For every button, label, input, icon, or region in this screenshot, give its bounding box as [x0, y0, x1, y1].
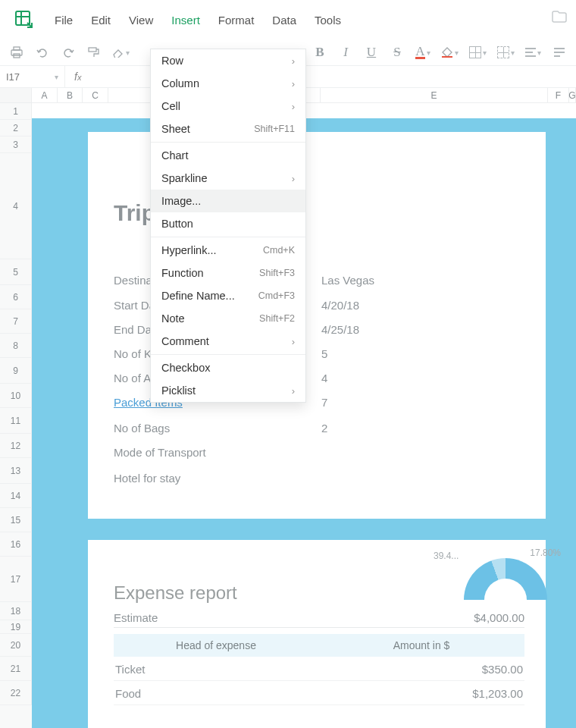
- menu-shortcut: Shift+F11: [254, 124, 295, 134]
- insert-picklist[interactable]: Picklist›: [151, 379, 305, 402]
- expense-title: Expense report: [114, 582, 237, 604]
- trip-row: No of Bags2: [114, 422, 170, 435]
- menu-edit[interactable]: Edit: [82, 8, 120, 33]
- menu-item-label: Sheet: [161, 123, 190, 135]
- name-box[interactable]: I17 ▾: [0, 66, 65, 87]
- eraser-icon[interactable]: ▾: [112, 47, 130, 58]
- align-icon[interactable]: ▾: [525, 48, 541, 57]
- font-color-icon[interactable]: A▾: [415, 46, 430, 59]
- row-header-17[interactable]: 17: [0, 557, 32, 602]
- trip-row-label: No of Bags: [114, 422, 170, 435]
- row-header-15[interactable]: 15: [0, 508, 32, 532]
- wrap-icon[interactable]: [552, 48, 567, 57]
- col-header-E[interactable]: E: [321, 88, 548, 102]
- col-header-F[interactable]: F: [548, 88, 569, 102]
- row-header-10[interactable]: 10: [0, 384, 32, 408]
- row-header-21[interactable]: 21: [0, 657, 32, 681]
- trip-row-value: 5: [321, 347, 327, 360]
- row-header-20[interactable]: 20: [0, 634, 32, 657]
- col-header-C[interactable]: C: [83, 88, 108, 102]
- insert-row[interactable]: Row›: [151, 49, 305, 72]
- row-header-11[interactable]: 11: [0, 408, 32, 434]
- insert-menu-dropdown[interactable]: Row›Column›Cell›SheetShift+F11ChartSpark…: [150, 49, 306, 403]
- menu-item-label: Column: [161, 77, 199, 89]
- chevron-right-icon: ›: [292, 78, 295, 89]
- undo-icon[interactable]: [35, 47, 50, 58]
- fill-color-icon[interactable]: ▾: [441, 47, 459, 58]
- redo-icon[interactable]: [61, 47, 76, 58]
- chevron-down-icon: ▾: [55, 73, 58, 81]
- menu-item-label: Image...: [161, 195, 201, 207]
- insert-function[interactable]: FunctionShift+F3: [151, 262, 305, 284]
- insert-button[interactable]: Button: [151, 212, 305, 235]
- menu-insert[interactable]: Insert: [162, 8, 209, 33]
- chevron-right-icon: ›: [292, 336, 295, 347]
- menu-item-label: Button: [161, 218, 193, 230]
- menu-data[interactable]: Data: [263, 8, 305, 33]
- menu-item-label: Note: [161, 312, 185, 325]
- row-header-14[interactable]: 14: [0, 484, 32, 508]
- insert-define-name-[interactable]: Define Name...Cmd+F3: [151, 284, 305, 307]
- row-header-3[interactable]: 3: [0, 136, 32, 153]
- trip-title: Trip: [114, 200, 155, 226]
- insert-hyperlink-[interactable]: Hyperlink...Cmd+K: [151, 239, 305, 262]
- col-header-G[interactable]: G: [569, 88, 576, 102]
- insert-column[interactable]: Column›: [151, 72, 305, 95]
- row-header-18[interactable]: 18: [0, 602, 32, 620]
- row-header-4[interactable]: 4: [0, 153, 32, 259]
- merge-icon[interactable]: ▾: [497, 46, 515, 58]
- menu-shortcut: Cmd+K: [263, 245, 295, 256]
- gauge-label-left: 39.4...: [434, 551, 459, 561]
- chevron-right-icon: ›: [292, 173, 295, 184]
- folder-icon[interactable]: [552, 11, 567, 25]
- row-header-16[interactable]: 16: [0, 532, 32, 557]
- menu-file[interactable]: File: [45, 8, 82, 33]
- insert-note[interactable]: NoteShift+F2: [151, 307, 305, 330]
- menu-tools[interactable]: Tools: [305, 8, 350, 33]
- menu-view[interactable]: View: [120, 8, 162, 33]
- chevron-right-icon: ›: [292, 101, 295, 112]
- row-header-7[interactable]: 7: [0, 309, 32, 334]
- select-all-cell[interactable]: [0, 88, 32, 102]
- col-header-A[interactable]: A: [32, 88, 58, 102]
- row-header-22[interactable]: 22: [0, 681, 32, 705]
- expense-row: Food$1,203.00: [114, 682, 524, 705]
- menu-item-label: Comment: [161, 335, 209, 347]
- menu-item-label: Function: [161, 267, 204, 279]
- row-header-1[interactable]: 1: [0, 103, 32, 120]
- row-header-12[interactable]: 12: [0, 434, 32, 458]
- row-header-19[interactable]: 19: [0, 620, 32, 634]
- row-header-9[interactable]: 9: [0, 358, 32, 384]
- expense-head: Food: [115, 687, 141, 700]
- row-header-13[interactable]: 13: [0, 458, 32, 484]
- menu-format[interactable]: Format: [209, 8, 264, 33]
- insert-chart[interactable]: Chart: [151, 144, 305, 167]
- bold-icon[interactable]: B: [312, 45, 327, 60]
- row-header-8[interactable]: 8: [0, 334, 32, 358]
- insert-sparkline[interactable]: Sparkline›: [151, 167, 305, 190]
- borders-icon[interactable]: ▾: [469, 46, 487, 58]
- insert-image-[interactable]: Image...: [151, 190, 305, 212]
- trip-row-value: 4/20/18: [321, 299, 359, 312]
- insert-checkbox[interactable]: Checkbox: [151, 356, 305, 379]
- fx-icon[interactable]: fx: [65, 71, 90, 83]
- trip-row: Hotel for stay: [114, 472, 180, 485]
- strike-icon[interactable]: S: [390, 45, 405, 60]
- insert-sheet[interactable]: SheetShift+F11: [151, 118, 305, 140]
- menu-item-label: Row: [161, 55, 183, 67]
- underline-icon[interactable]: U: [364, 45, 379, 60]
- col-header-B[interactable]: B: [58, 88, 83, 102]
- italic-icon[interactable]: I: [338, 45, 353, 60]
- insert-cell[interactable]: Cell›: [151, 95, 305, 118]
- menu-separator: [151, 354, 305, 355]
- cell-reference: I17: [6, 71, 20, 83]
- print-icon[interactable]: [9, 46, 24, 58]
- row-header-2[interactable]: 2: [0, 120, 32, 136]
- row-header-6[interactable]: 6: [0, 285, 32, 309]
- row-header-5[interactable]: 5: [0, 259, 32, 285]
- format-painter-icon[interactable]: [86, 46, 102, 58]
- menu-separator: [151, 237, 305, 237]
- insert-comment[interactable]: Comment›: [151, 330, 305, 353]
- expense-gauge: 39.4... 17.80%: [434, 551, 555, 604]
- expense-amount: $350.00: [482, 663, 523, 676]
